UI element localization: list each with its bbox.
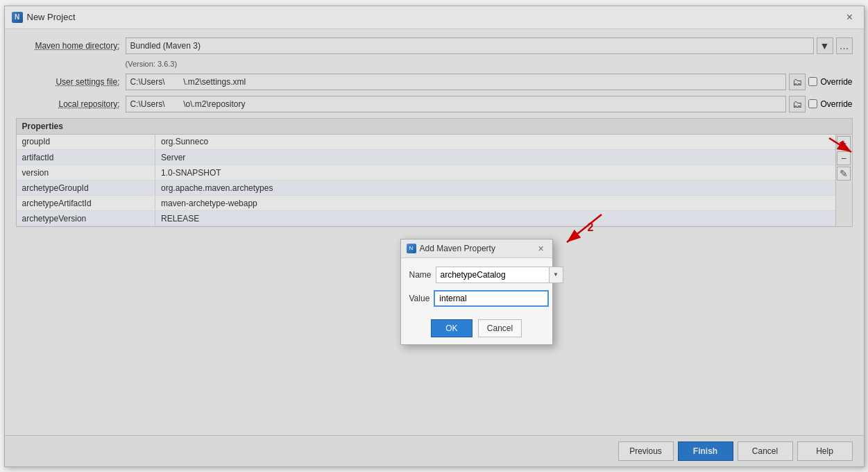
modal-value-input[interactable] [434, 290, 549, 307]
modal-close-button[interactable]: × [536, 243, 547, 254]
table-row[interactable]: archetypeArtifactIdmaven-archetype-webap… [17, 196, 835, 211]
properties-table-container: groupIdorg.SunnecoartifactIdServerversio… [17, 135, 852, 227]
table-row[interactable]: version1.0-SNAPSHOT [17, 165, 835, 180]
modal-name-row: Name ▼ [409, 267, 544, 283]
property-key: archetypeGroupId [17, 180, 155, 196]
remove-property-button[interactable]: − [837, 151, 851, 165]
add-property-button[interactable]: + [837, 136, 851, 150]
user-settings-browse-button[interactable]: 🗂 [789, 74, 806, 90]
footer: Previous Finish Cancel Help [5, 435, 864, 466]
modal-footer: OK Cancel [401, 319, 552, 344]
property-key: archetypeVersion [17, 211, 155, 226]
local-repo-row: Local repository: 🗂 Override [16, 96, 853, 112]
properties-toolbar: + − ✎ [835, 135, 852, 227]
maven-home-dropdown-button[interactable]: ▼ [817, 37, 833, 54]
modal-title-bar: N Add Maven Property × [401, 239, 552, 258]
window-title: New Project [27, 12, 76, 22]
local-repo-override-group: Override [808, 99, 852, 109]
modal-name-label: Name [409, 270, 432, 280]
property-value: org.apache.maven.archetypes [155, 180, 835, 196]
property-key: groupId [17, 135, 155, 150]
properties-table: groupIdorg.SunnecoartifactIdServerversio… [17, 135, 835, 227]
properties-section: Properties groupIdorg.SunnecoartifactIdS… [16, 118, 853, 228]
local-repo-input-group: 🗂 Override [126, 96, 853, 112]
local-repo-override-checkbox[interactable] [808, 99, 817, 108]
user-settings-input[interactable] [126, 74, 787, 90]
property-value: Server [155, 150, 835, 165]
maven-version: (Version: 3.6.3) [126, 60, 853, 68]
user-settings-label: User settings file: [16, 77, 120, 87]
property-value: org.Sunneco [155, 135, 835, 150]
add-maven-property-modal: N Add Maven Property × Name ▼ Value [400, 239, 553, 345]
modal-name-input[interactable] [436, 269, 549, 281]
modal-value-label: Value [409, 294, 430, 303]
finish-button[interactable]: Finish [678, 441, 733, 461]
property-value: maven-archetype-webapp [155, 196, 835, 211]
maven-home-input[interactable] [126, 37, 814, 54]
local-repo-input[interactable] [126, 96, 787, 112]
previous-button[interactable]: Previous [618, 441, 674, 461]
property-key: version [17, 165, 155, 180]
modal-name-input-group: ▼ [436, 267, 563, 283]
modal-value-row: Value [409, 290, 544, 307]
modal-body: Name ▼ Value [401, 258, 552, 319]
app-icon: N [12, 12, 23, 23]
user-settings-row: User settings file: 🗂 Override [16, 74, 853, 90]
modal-title: Add Maven Property [420, 244, 495, 253]
table-row[interactable]: groupIdorg.Sunneco [17, 135, 835, 150]
property-value: RELEASE [155, 211, 835, 226]
edit-property-button[interactable]: ✎ [837, 167, 851, 180]
user-settings-override-group: Override [808, 77, 852, 87]
modal-icon: N [407, 244, 416, 253]
modal-name-dropdown-button[interactable]: ▼ [549, 267, 563, 283]
user-settings-override-label: Override [820, 77, 852, 87]
table-row[interactable]: archetypeVersionRELEASE [17, 211, 835, 226]
local-repo-label: Local repository: [16, 99, 120, 109]
table-row[interactable]: archetypeGroupIdorg.apache.maven.archety… [17, 180, 835, 196]
new-project-window: N New Project × Maven home directory: ▼ … [4, 6, 865, 467]
user-settings-override-checkbox[interactable] [808, 77, 817, 86]
property-key: archetypeArtifactId [17, 196, 155, 211]
main-content: Maven home directory: ▼ … (Version: 3.6.… [5, 29, 864, 435]
property-value: 1.0-SNAPSHOT [155, 165, 835, 180]
table-row[interactable]: artifactIdServer [17, 150, 835, 165]
local-repo-browse-button[interactable]: 🗂 [789, 96, 806, 112]
modal-ok-button[interactable]: OK [431, 319, 473, 337]
properties-header: Properties [17, 119, 852, 135]
local-repo-override-label: Override [820, 99, 852, 109]
cancel-button[interactable]: Cancel [738, 441, 793, 461]
title-bar: N New Project × [5, 6, 864, 29]
modal-cancel-button[interactable]: Cancel [478, 319, 522, 337]
user-settings-input-group: 🗂 Override [126, 74, 853, 90]
maven-home-input-group: ▼ … [126, 37, 853, 54]
maven-home-label: Maven home directory: [16, 41, 120, 51]
window-close-button[interactable]: × [843, 10, 857, 24]
maven-home-row: Maven home directory: ▼ … [16, 37, 853, 54]
property-key: artifactId [17, 150, 155, 165]
maven-home-browse-button[interactable]: … [836, 37, 853, 54]
help-button[interactable]: Help [797, 441, 853, 461]
